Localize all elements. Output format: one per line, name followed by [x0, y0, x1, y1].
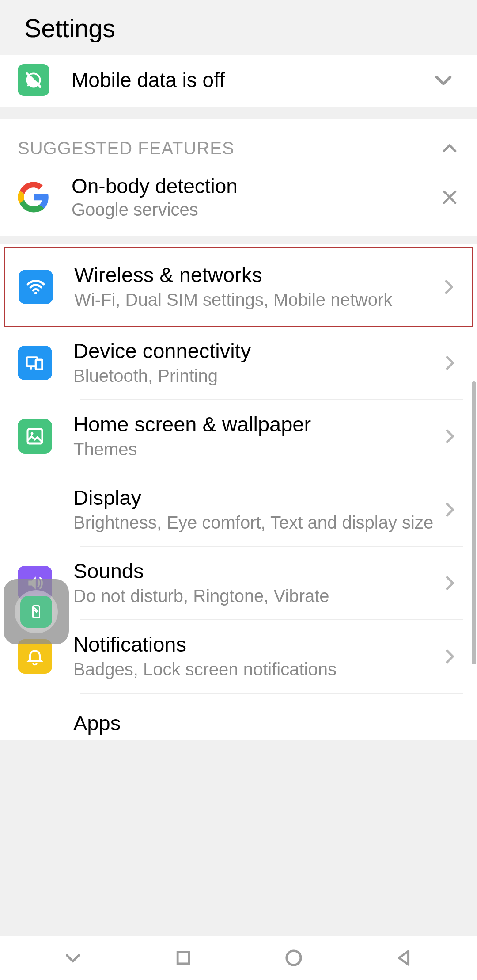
- nav-back-icon[interactable]: [389, 942, 420, 973]
- row-apps[interactable]: Apps: [0, 694, 477, 740]
- svg-point-16: [287, 951, 301, 965]
- row-subtitle: Themes: [73, 438, 435, 460]
- suggested-features-section: SUGGESTED FEATURES On-body detection Goo…: [0, 119, 477, 236]
- svg-marker-17: [399, 951, 409, 965]
- row-subtitle: Bluetooth, Printing: [73, 365, 435, 387]
- assistive-touch-ring: [15, 590, 58, 633]
- phone-icon: [18, 492, 52, 527]
- spacer: [0, 107, 477, 119]
- suggested-features-heading: SUGGESTED FEATURES: [18, 138, 440, 158]
- row-title: Sounds: [73, 559, 435, 583]
- svg-rect-6: [36, 360, 42, 370]
- close-icon[interactable]: [440, 187, 459, 207]
- chevron-right-icon: [440, 500, 459, 519]
- row-title: Apps: [73, 711, 459, 735]
- row-notifications[interactable]: Notifications Badges, Lock screen notifi…: [0, 620, 477, 693]
- chevron-right-icon: [439, 277, 458, 297]
- svg-point-4: [34, 292, 37, 294]
- assistive-touch-button[interactable]: [4, 579, 69, 644]
- suggested-item-subtitle: Google services: [72, 200, 440, 220]
- svg-rect-10: [28, 429, 42, 444]
- chevron-right-icon: [440, 573, 459, 593]
- devices-icon: [18, 346, 52, 380]
- page-title: Settings: [24, 13, 453, 43]
- google-icon: [18, 181, 49, 213]
- nav-keyboard-down-icon[interactable]: [57, 942, 88, 973]
- suggested-item-title: On-body detection: [72, 174, 440, 198]
- row-subtitle: Do not disturb, Ringtone, Vibrate: [73, 585, 435, 607]
- leaf-off-icon: [18, 64, 49, 96]
- chevron-up-icon[interactable]: [440, 139, 459, 158]
- row-subtitle: Badges, Lock screen notifications: [73, 658, 435, 680]
- nav-recents-icon[interactable]: [168, 942, 199, 973]
- row-display[interactable]: Display Brightness, Eye comfort, Text an…: [0, 473, 477, 546]
- row-subtitle: Brightness, Eye comfort, Text and displa…: [73, 511, 435, 534]
- picture-icon: [18, 419, 52, 454]
- row-sounds[interactable]: Sounds Do not disturb, Ringtone, Vibrate: [0, 547, 477, 619]
- chevron-right-icon: [440, 427, 459, 446]
- mobile-data-banner-label: Mobile data is off: [72, 68, 432, 92]
- wifi-icon: [19, 270, 53, 304]
- row-device-connectivity[interactable]: Device connectivity Bluetooth, Printing: [0, 327, 477, 399]
- row-wireless-networks[interactable]: Wireless & networks Wi-Fi, Dual SIM sett…: [4, 247, 473, 327]
- chevron-down-icon[interactable]: [432, 69, 455, 92]
- header: Settings: [0, 0, 477, 55]
- mobile-data-banner[interactable]: Mobile data is off: [0, 55, 477, 107]
- svg-point-11: [31, 432, 34, 435]
- row-title: Notifications: [73, 633, 435, 656]
- chevron-right-icon: [440, 353, 459, 373]
- chevron-right-icon: [440, 647, 459, 666]
- svg-rect-15: [178, 952, 189, 964]
- settings-list: Wireless & networks Wi-Fi, Dual SIM sett…: [0, 244, 477, 740]
- row-title: Home screen & wallpaper: [73, 412, 435, 436]
- suggested-item-onbody[interactable]: On-body detection Google services: [18, 174, 459, 220]
- spacer: [0, 236, 477, 244]
- row-home-wallpaper[interactable]: Home screen & wallpaper Themes: [0, 400, 477, 473]
- row-subtitle: Wi-Fi, Dual SIM settings, Mobile network: [74, 289, 435, 311]
- row-title: Display: [73, 486, 435, 510]
- row-title: Device connectivity: [73, 339, 435, 363]
- row-title: Wireless & networks: [74, 263, 435, 287]
- navigation-bar: [0, 936, 477, 980]
- nav-home-icon[interactable]: [278, 942, 309, 973]
- phone-icon: [20, 596, 52, 628]
